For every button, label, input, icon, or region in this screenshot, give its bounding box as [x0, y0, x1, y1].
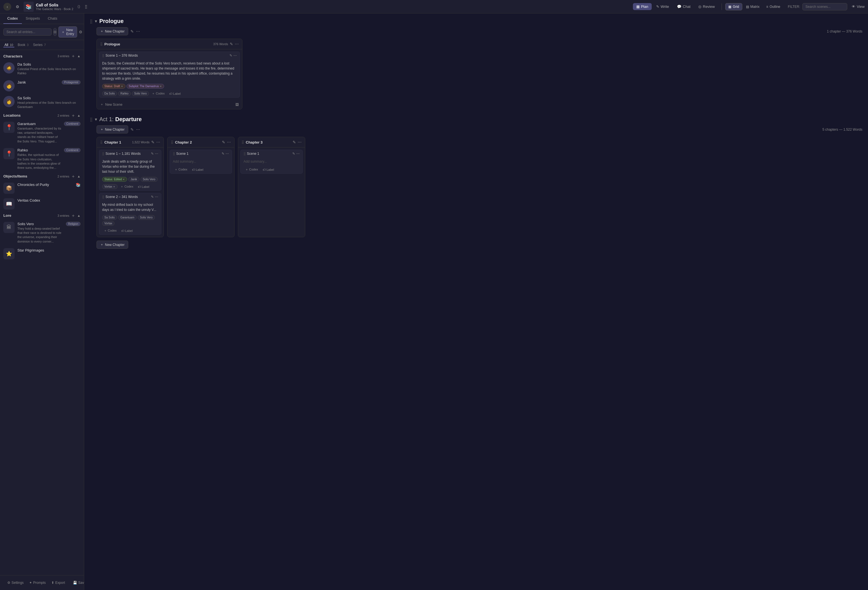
ch2-s1-drag[interactable]: ⣿ — [173, 152, 175, 156]
ch2-s1-label[interactable]: 🏷 Label — [190, 167, 205, 172]
prologue-more-button[interactable]: ⋯ — [136, 29, 140, 34]
grid-view-button[interactable]: ▦ Grid — [725, 3, 742, 10]
tag-da-solis[interactable]: Da Solis — [102, 91, 117, 96]
tag-solis-vero-s2[interactable]: Solis Vero — [138, 215, 155, 220]
settings-button[interactable]: ⚙ Settings — [6, 580, 25, 586]
sidebar-toggle-icon[interactable]: ⣿ — [83, 4, 89, 9]
matrix-view-button[interactable]: ▤ Matrix — [743, 3, 763, 10]
act1-more-button[interactable]: ⋯ — [136, 127, 140, 132]
topbar-collapse-left[interactable]: ⟨⟩ — [77, 4, 81, 9]
ch1-s2-drag[interactable]: ⣿ — [102, 195, 104, 199]
ch1-s1-drag[interactable]: ⣿ — [102, 152, 104, 156]
ch1-s1-codex[interactable]: ＋ Codex — [119, 184, 135, 189]
ch3-edit[interactable]: ✎ — [292, 140, 296, 145]
outline-view-button[interactable]: ≡ Outline — [763, 3, 783, 10]
ch2-s1-edit[interactable]: ✎ — [221, 152, 224, 156]
locations-collapse-button[interactable]: ▲ — [77, 114, 81, 118]
tag-solis-vero-ch1[interactable]: Solis Vero — [140, 177, 158, 182]
prologue-chapter-drag[interactable]: ⣿ — [100, 42, 103, 46]
prologue-drag-handle[interactable]: ⣿ — [90, 19, 93, 24]
act1-new-chapter-button[interactable]: ＋ New Chapter — [96, 125, 128, 133]
tag-vortax[interactable]: Vortax ✕ — [102, 184, 118, 189]
sidebar-gear-button[interactable]: ⚙ — [79, 28, 83, 36]
settings-icon-topbar[interactable]: ⚙ — [13, 3, 21, 11]
object-veritas-codex[interactable]: 📖 Veritas Codex — [0, 196, 84, 212]
ch1-s2-more[interactable]: ⋯ — [155, 195, 158, 199]
label-button[interactable]: 🏷 Label — [167, 91, 182, 96]
back-button[interactable]: ‹ — [3, 3, 11, 11]
ch2-s1-codex[interactable]: ＋ Codex — [173, 167, 189, 172]
prologue-edit-button[interactable]: ✎ — [130, 29, 134, 34]
tag-subplot[interactable]: Subplot: The Damastrus ✕ — [127, 84, 164, 88]
object-chronicles-purity[interactable]: 📦 Chronicles of Purity 📚 — [0, 180, 84, 196]
character-da-solis[interactable]: 🧔 Da Solis Celestial Priest of the Solis… — [0, 60, 84, 78]
act1-edit-button[interactable]: ✎ — [130, 127, 134, 132]
scene-search-input[interactable] — [802, 3, 847, 10]
act1-drag-handle[interactable]: ⣿ — [90, 117, 93, 122]
ch1-s1-more[interactable]: ⋯ — [155, 152, 158, 156]
lore-star-pilgrimages[interactable]: ⭐ Star Pilgrimages — [0, 246, 84, 262]
ch3-s1-drag[interactable]: ⣿ — [244, 152, 246, 156]
prologue-scene-drag[interactable]: ⣿ — [102, 54, 104, 58]
export-button[interactable]: ⬆ Export — [50, 580, 67, 586]
tag-janik[interactable]: Janik — [128, 177, 139, 182]
gallery-icon[interactable]: 🖼 — [235, 103, 239, 106]
characters-collapse-button[interactable]: ▲ — [77, 54, 81, 58]
ch3-s1-codex[interactable]: ＋ Codex — [244, 167, 260, 172]
lore-add-button[interactable]: ＋ — [71, 213, 75, 218]
ch3-s1-more[interactable]: ⋯ — [296, 152, 300, 156]
tab-chats[interactable]: Chats — [44, 13, 61, 24]
tag-vortax-s2[interactable]: Vortax — [102, 221, 114, 226]
location-rahko[interactable]: 📍 Rahko Rahko, the spiritual nucleus of … — [0, 146, 84, 173]
filter-tab-series[interactable]: Series 7 — [32, 42, 47, 47]
ch1-s2-codex[interactable]: ＋ Codex — [102, 228, 118, 233]
new-entry-button[interactable]: ＋ New Entry — [58, 27, 77, 38]
prologue-chapter-edit[interactable]: ✎ — [230, 42, 233, 46]
location-garantuam[interactable]: 📍 Garantuam Garantuam, characterized by … — [0, 119, 84, 146]
prologue-chapter-more[interactable]: ⋯ — [235, 42, 239, 46]
tag-sa-solis[interactable]: Sa Solis — [102, 215, 117, 220]
tag-status-edited[interactable]: Status: Edited ✕ — [102, 177, 127, 182]
act1-collapse-button[interactable]: ▾ — [95, 117, 97, 122]
prologue-scene-more[interactable]: ⋯ — [233, 53, 237, 58]
act1-new-chapter-bottom-button[interactable]: ＋ New Chapter — [96, 240, 128, 249]
locations-add-button[interactable]: ＋ — [71, 113, 75, 118]
ch1-more[interactable]: ⋯ — [156, 140, 160, 145]
tag-status-draft[interactable]: Status: Draft ✕ — [102, 84, 125, 88]
prompts-button[interactable]: ✦ Prompts — [28, 580, 47, 586]
ch1-s1-label[interactable]: 🏷 Label — [136, 184, 151, 189]
ch3-s1-label[interactable]: 🏷 Label — [261, 167, 276, 172]
tag-garantuam[interactable]: Garantuam — [118, 215, 137, 220]
lore-collapse-button[interactable]: ▲ — [77, 214, 81, 218]
objects-collapse-button[interactable]: ▲ — [77, 174, 81, 178]
prologue-scene-edit[interactable]: ✎ — [229, 53, 232, 58]
ch2-drag[interactable]: ⣿ — [171, 140, 173, 144]
ch1-s1-edit[interactable]: ✎ — [151, 152, 154, 156]
review-mode-button[interactable]: ◎ Review — [695, 3, 718, 10]
filter-tab-all[interactable]: All 10 — [3, 42, 14, 47]
character-sa-solis[interactable]: 👩 Sa Solis Head priestess of the Solis V… — [0, 94, 84, 112]
ch1-edit[interactable]: ✎ — [151, 140, 155, 145]
ch3-more[interactable]: ⋯ — [298, 140, 301, 145]
objects-add-button[interactable]: ＋ — [71, 174, 75, 178]
sidebar-search-input[interactable] — [3, 28, 52, 35]
codex-link-button[interactable]: ＋ Codex — [150, 91, 166, 96]
write-mode-button[interactable]: ✎ Write — [653, 3, 672, 10]
ch3-s1-edit[interactable]: ✎ — [292, 152, 295, 156]
tab-codex[interactable]: Codex — [3, 13, 22, 24]
ch2-more[interactable]: ⋯ — [227, 140, 231, 145]
ch1-s2-label[interactable]: 🏷 Label — [120, 229, 134, 233]
ch1-s2-edit[interactable]: ✎ — [151, 195, 154, 199]
ch3-drag[interactable]: ⣿ — [242, 140, 244, 144]
ch2-s1-more[interactable]: ⋯ — [226, 152, 229, 156]
chat-mode-button[interactable]: 💬 Chat — [673, 3, 694, 10]
view-toggle-button[interactable]: 👁 View — [852, 4, 865, 9]
filter-tab-book[interactable]: Book 3 — [16, 42, 30, 47]
tab-snippets[interactable]: Snippets — [22, 13, 44, 24]
tag-rahko[interactable]: Rahko — [118, 91, 131, 96]
prologue-collapse-button[interactable]: ▾ — [95, 19, 97, 24]
ch2-edit[interactable]: ✎ — [222, 140, 225, 145]
prologue-new-chapter-button[interactable]: ＋ New Chapter — [96, 27, 128, 35]
lore-solis-vero[interactable]: 🏛 Solis Vero They hold a deep-seated bel… — [0, 220, 84, 246]
chronicles-book-icon[interactable]: 📚 — [76, 183, 81, 187]
